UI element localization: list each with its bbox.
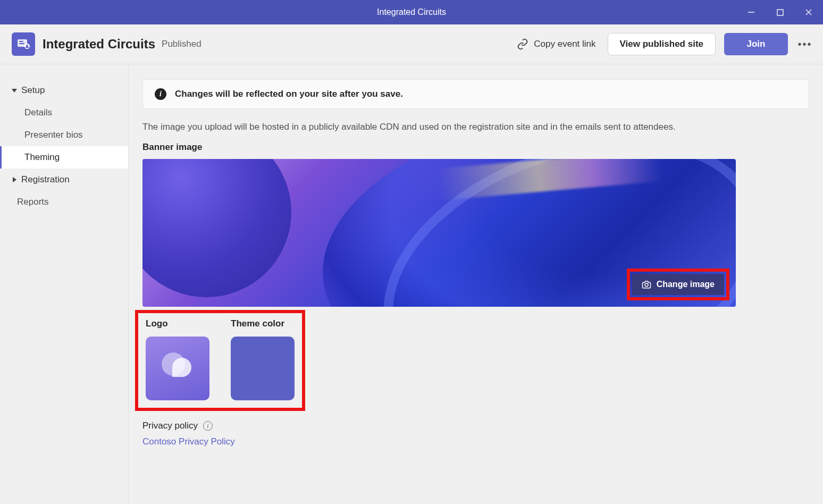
join-label: Join bbox=[747, 39, 766, 49]
maximize-button[interactable] bbox=[766, 0, 794, 24]
page-header: Integrated Circuits Published Copy event… bbox=[0, 24, 823, 64]
sidebar-group-registration[interactable]: Registration bbox=[0, 169, 128, 191]
info-icon[interactable]: i bbox=[203, 421, 213, 431]
svg-rect-5 bbox=[19, 41, 23, 42]
svg-marker-10 bbox=[13, 177, 16, 182]
window-title: Integrated Circuits bbox=[377, 7, 446, 17]
change-image-button[interactable]: Change image bbox=[632, 274, 724, 295]
banner-image-preview: Change image bbox=[142, 159, 736, 307]
status-badge: Published bbox=[162, 39, 201, 49]
copy-event-link-button[interactable]: Copy event link bbox=[517, 38, 595, 50]
close-icon bbox=[805, 9, 812, 16]
sidebar-item-reports[interactable]: Reports bbox=[0, 191, 128, 213]
sidebar-item-theming[interactable]: Theming bbox=[0, 146, 128, 169]
window-controls bbox=[737, 0, 823, 24]
join-button[interactable]: Join bbox=[724, 33, 788, 55]
link-icon bbox=[517, 38, 528, 50]
chevron-down-icon bbox=[12, 85, 17, 96]
save-notice-text: Changes will be reflected on your site a… bbox=[175, 89, 403, 99]
sidebar-item-label: Details bbox=[24, 107, 52, 118]
logo-tile[interactable] bbox=[146, 337, 209, 400]
close-button[interactable] bbox=[794, 0, 823, 24]
privacy-policy-row: Privacy policy i bbox=[142, 421, 809, 431]
more-options-button[interactable]: ••• bbox=[794, 33, 816, 55]
body: Setup Details Presenter bios Theming Reg… bbox=[0, 64, 823, 504]
sidebar-item-label: Reports bbox=[17, 197, 49, 207]
privacy-policy-link[interactable]: Contoso Privacy Policy bbox=[142, 436, 235, 447]
sidebar-item-details[interactable]: Details bbox=[0, 102, 128, 124]
camera-icon bbox=[642, 280, 651, 289]
sidebar-item-label: Presenter bios bbox=[24, 130, 83, 140]
privacy-policy-label: Privacy policy bbox=[142, 421, 198, 431]
title-bar: Integrated Circuits bbox=[0, 0, 823, 24]
page-title: Integrated Circuits bbox=[43, 37, 155, 52]
svg-point-8 bbox=[26, 45, 28, 47]
info-icon: i bbox=[155, 88, 166, 100]
save-notice: i Changes will be reflected on your site… bbox=[142, 79, 809, 109]
sidebar-item-label: Theming bbox=[24, 152, 60, 163]
view-published-site-label: View published site bbox=[620, 39, 703, 49]
banner-image-label: Banner image bbox=[142, 142, 809, 153]
main-content: i Changes will be reflected on your site… bbox=[129, 64, 823, 504]
sidebar-group-registration-label: Registration bbox=[21, 174, 70, 185]
webinar-icon bbox=[16, 37, 30, 51]
theme-color-tile[interactable] bbox=[231, 337, 295, 400]
logo-label: Logo bbox=[146, 318, 209, 329]
sidebar-group-setup-label: Setup bbox=[21, 85, 45, 96]
sidebar: Setup Details Presenter bios Theming Reg… bbox=[0, 64, 129, 504]
change-image-label: Change image bbox=[657, 280, 715, 289]
view-published-site-button[interactable]: View published site bbox=[608, 33, 716, 55]
more-icon: ••• bbox=[797, 38, 812, 51]
svg-rect-6 bbox=[19, 43, 24, 44]
copy-event-link-label: Copy event link bbox=[534, 39, 595, 49]
app-icon bbox=[12, 32, 35, 56]
logo-group: Logo bbox=[146, 318, 209, 400]
sidebar-group-setup[interactable]: Setup bbox=[0, 79, 128, 102]
svg-point-11 bbox=[645, 283, 648, 287]
annotation-highlight-change-image: Change image bbox=[627, 268, 729, 300]
theme-color-group: Theme color bbox=[231, 318, 295, 400]
theming-description: The image you upload will be hosted in a… bbox=[142, 122, 809, 132]
sidebar-item-presenter-bios[interactable]: Presenter bios bbox=[0, 124, 128, 146]
logo-preview-icon bbox=[157, 348, 198, 389]
svg-rect-1 bbox=[777, 10, 783, 15]
chevron-right-icon bbox=[12, 174, 17, 185]
theme-color-label: Theme color bbox=[231, 318, 295, 329]
minimize-button[interactable] bbox=[737, 0, 766, 24]
annotation-highlight-tiles: Logo Theme color bbox=[135, 310, 305, 411]
maximize-icon bbox=[777, 9, 784, 16]
minimize-icon bbox=[748, 9, 755, 16]
svg-marker-9 bbox=[12, 89, 17, 93]
